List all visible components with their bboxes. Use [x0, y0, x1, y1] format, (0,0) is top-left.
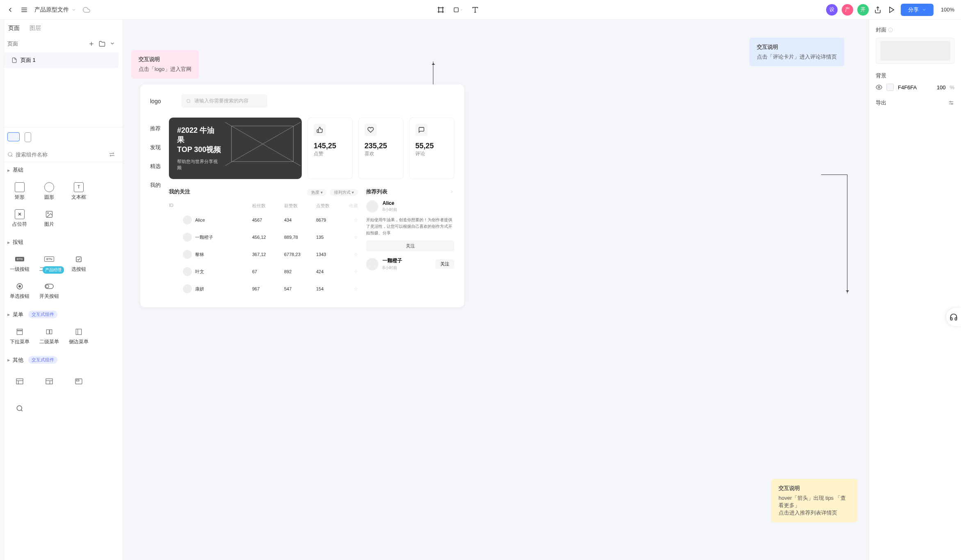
tab-pages[interactable]: 页面	[8, 25, 20, 32]
components-scroll[interactable]: ▸基础 矩形 圆形 T文本框 ✕占位符 图片 ▸按钮 BTN一级按钮 BTN 二…	[0, 162, 123, 560]
comp-primary-btn[interactable]: BTN一级按钮	[6, 251, 34, 276]
play-icon[interactable]	[887, 5, 897, 15]
stat-comment[interactable]: 55,25评论	[409, 118, 454, 179]
nav-item-featured[interactable]: 精选	[150, 163, 161, 170]
page-item-1[interactable]: 页面 1	[4, 52, 118, 68]
comp-text[interactable]: T文本框	[65, 179, 93, 204]
hero-card[interactable]: #2022 牛油果 TOP 300视频 帮助您与世界分享视频	[169, 118, 302, 179]
svg-point-43	[187, 99, 190, 102]
hero-image-placeholder	[231, 126, 294, 162]
comp-other-2[interactable]	[35, 369, 63, 394]
eye-icon[interactable]	[876, 84, 882, 91]
nav-item-discover[interactable]: 发现	[150, 144, 161, 151]
cloud-sync-icon[interactable]	[83, 6, 90, 14]
comp-image[interactable]: 图片	[35, 206, 63, 231]
role-badge-dev[interactable]: 开	[857, 4, 869, 16]
svg-rect-36	[46, 379, 52, 384]
comp-submenu[interactable]: 二级菜单	[35, 323, 63, 349]
pages-label: 页面	[7, 40, 18, 48]
pill-sort[interactable]: 排列方式 ▾	[330, 189, 358, 196]
bg-hex[interactable]: F4F6FA	[898, 84, 917, 91]
star-icon[interactable]: ☆	[348, 235, 358, 240]
comp-other-1[interactable]	[6, 369, 34, 394]
text-tool[interactable]	[470, 5, 480, 15]
share-button[interactable]: 分享	[901, 4, 934, 16]
comp-checkbox-btn[interactable]: 选按钮	[65, 251, 93, 276]
heart-icon	[364, 124, 377, 136]
component-search-input[interactable]	[16, 152, 106, 158]
app-search-box[interactable]: 请输入你需要搜索的内容	[181, 94, 267, 108]
table-row[interactable]: 一颗橙子456,12889,78135☆	[169, 229, 358, 246]
annotation-yellow[interactable]: 交互说明 hover「箭头」出现 tips 「查看更多」 点击进入推荐列表详情页	[771, 479, 857, 522]
device-phone[interactable]	[25, 132, 31, 142]
search-icon	[186, 99, 191, 104]
group-basic[interactable]: ▸基础	[0, 162, 123, 175]
comp-dropdown-menu[interactable]: 下拉菜单	[6, 323, 34, 349]
help-fab[interactable]	[946, 308, 961, 326]
follow-button[interactable]: 关注	[366, 240, 454, 252]
star-icon[interactable]: ☆	[348, 252, 358, 257]
collapse-pages-icon[interactable]	[109, 41, 115, 46]
group-button[interactable]: ▸按钮	[0, 234, 123, 247]
export-icon[interactable]	[873, 5, 883, 15]
star-icon[interactable]: ☆	[348, 218, 358, 223]
file-name[interactable]: 产品原型文件	[34, 6, 76, 14]
stat-like[interactable]: 145,25点赞	[307, 118, 353, 179]
table-row[interactable]: 黎林367,126778,231343☆	[169, 246, 358, 263]
avatar	[366, 200, 378, 213]
group-menu[interactable]: ▸菜单 交互式组件	[0, 306, 123, 320]
app-header: logo 请输入你需要搜索的内容	[150, 94, 454, 108]
comp-circle[interactable]: 圆形	[35, 179, 63, 204]
comp-sidemenu[interactable]: 侧边菜单	[65, 323, 93, 349]
svg-line-44	[190, 102, 191, 103]
filter-icon[interactable]	[109, 151, 115, 158]
svg-point-26	[46, 285, 49, 288]
topbar-center-tools	[90, 5, 826, 15]
chevron-right-icon[interactable]	[449, 189, 454, 194]
canvas-area[interactable]: 交互说明 点击「logo」进入官网 交互说明 点击「评论卡片」进入评论详情页 交…	[123, 20, 869, 560]
comp-other-3[interactable]	[65, 369, 93, 394]
table-row[interactable]: 康妍967547154☆	[169, 280, 358, 297]
reco-card-1[interactable]: Alice 8小时前 开始使用牛油果，创造你想要的！为创作者提供了灵活性，让您可…	[366, 200, 454, 252]
comp-rectangle[interactable]: 矩形	[6, 179, 34, 204]
star-icon[interactable]: ☆	[348, 286, 358, 292]
back-button[interactable]	[7, 6, 14, 14]
group-other[interactable]: ▸其他 交互式组件	[0, 352, 123, 365]
hamburger-menu-icon[interactable]	[20, 6, 28, 14]
frame-tool[interactable]	[436, 5, 446, 15]
annotation-pink[interactable]: 交互说明 点击「logo」进入官网	[131, 50, 199, 79]
pill-hot[interactable]: 热度 ▾	[307, 189, 327, 196]
zoom-level[interactable]: 100%	[941, 7, 954, 13]
stat-heart[interactable]: 235,25喜欢	[358, 118, 403, 179]
color-swatch[interactable]	[886, 84, 894, 91]
role-badge-design[interactable]: 设	[826, 4, 838, 16]
table-row[interactable]: 叶文67892424☆	[169, 263, 358, 280]
comp-placeholder[interactable]: ✕占位符	[6, 206, 34, 231]
nav-item-reco[interactable]: 推荐	[150, 125, 161, 132]
add-page-icon[interactable]	[88, 41, 95, 47]
bg-opacity[interactable]: 100	[937, 84, 946, 91]
shape-tool[interactable]	[453, 5, 463, 15]
device-desktop[interactable]	[7, 132, 20, 141]
annotation-blue[interactable]: 交互说明 点击「评论卡片」进入评论详情页	[749, 38, 844, 66]
file-name-text: 产品原型文件	[34, 6, 69, 14]
comp-other-4[interactable]	[6, 396, 34, 421]
reco-card-2[interactable]: 一颗橙子 8小时前 关注	[366, 257, 454, 271]
tab-layers[interactable]: 图层	[30, 25, 41, 32]
nav-item-mine[interactable]: 我的	[150, 181, 161, 189]
folder-icon[interactable]	[99, 41, 105, 47]
role-badge-product[interactable]: 产	[842, 4, 853, 16]
comp-secondary-btn[interactable]: BTN 二级按钮 产品经理	[35, 251, 63, 276]
comp-switch-btn[interactable]: 开关按钮	[35, 278, 63, 303]
comp-radio-btn[interactable]: 单选按钮	[6, 278, 34, 303]
settings-icon[interactable]	[948, 100, 954, 106]
svg-point-24	[19, 285, 21, 287]
info-icon[interactable]	[888, 27, 893, 32]
svg-rect-7	[454, 7, 458, 11]
table-row[interactable]: Alice45674348679☆	[169, 211, 358, 229]
follow-button-sm[interactable]: 关注	[435, 259, 454, 269]
app-frame[interactable]: logo 请输入你需要搜索的内容 推荐 发现 精选 我的	[140, 84, 464, 307]
star-icon[interactable]: ☆	[348, 269, 358, 274]
app-logo[interactable]: logo	[150, 98, 161, 104]
cover-preview[interactable]	[876, 38, 954, 64]
